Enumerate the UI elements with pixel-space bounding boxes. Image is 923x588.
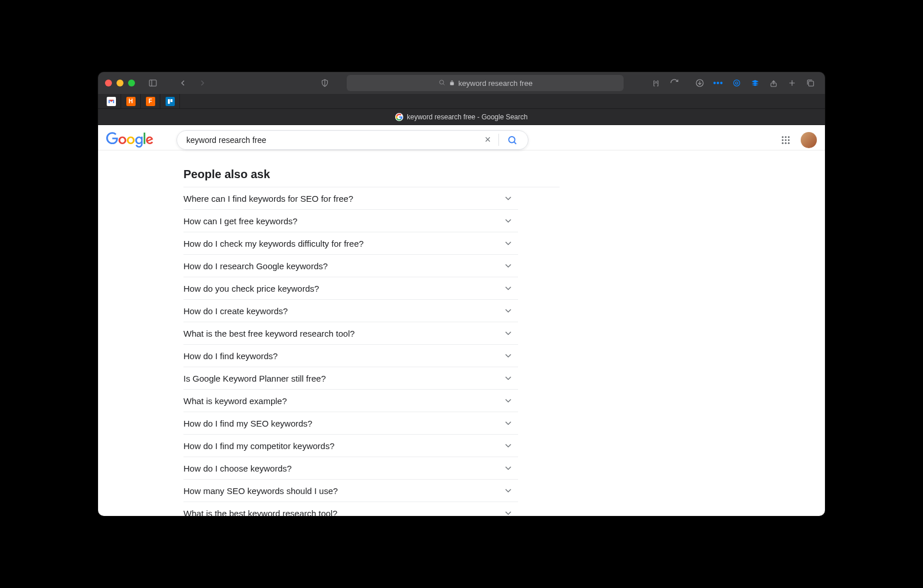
svg-rect-13 [168, 99, 170, 104]
paa-question-row[interactable]: How many SEO keywords should I use? [183, 480, 518, 502]
paa-question-text: How do I find keywords? [183, 351, 277, 361]
paa-question-text: Where can I find keywords for SEO for fr… [183, 194, 353, 203]
paa-question-row[interactable]: Where can I find keywords for SEO for fr… [183, 187, 518, 210]
favorite-gmail[interactable] [102, 94, 121, 109]
paa-question-text: How do I create keywords? [183, 306, 288, 316]
chevron-down-icon [503, 306, 513, 316]
svg-point-25 [788, 142, 790, 144]
address-bar[interactable]: keyword research free [347, 75, 624, 91]
fullscreen-window-button[interactable] [128, 80, 135, 86]
svg-line-16 [514, 142, 516, 144]
chevron-down-icon [503, 485, 513, 496]
paa-question-row[interactable]: How do I check my keywords difficulty fo… [183, 232, 518, 255]
google-search-box[interactable]: × [177, 130, 528, 150]
account-avatar[interactable] [801, 132, 817, 148]
tab-strip: keyword research free - Google Search [98, 109, 825, 125]
safari-toolbar: keyword research free ⁅ᵃ⁆ ••• [98, 72, 825, 94]
paa-question-row[interactable]: How do I choose keywords? [183, 457, 518, 480]
clear-search-button[interactable]: × [482, 134, 499, 146]
people-also-ask-heading: People also ask [183, 168, 560, 181]
paa-question-row[interactable]: How can I get free keywords? [183, 210, 518, 232]
google-favicon [395, 113, 403, 121]
share-button[interactable] [766, 76, 781, 91]
google-logo[interactable] [106, 132, 159, 148]
chevron-down-icon [503, 193, 513, 203]
chevron-down-icon [503, 418, 513, 428]
chevron-down-icon [503, 261, 513, 271]
chevron-down-icon [503, 216, 513, 226]
paa-question-row[interactable]: How do I find keywords? [183, 345, 518, 367]
google-apps-button[interactable] [779, 133, 793, 147]
extension-1-button[interactable] [729, 76, 744, 91]
search-input[interactable] [186, 135, 482, 145]
search-icon [438, 79, 445, 88]
chevron-down-icon [503, 350, 513, 361]
svg-point-17 [782, 136, 783, 138]
paa-question-text: How many SEO keywords should I use? [183, 486, 338, 496]
tabs-overview-button[interactable] [803, 76, 818, 91]
sidebar-toggle-button[interactable] [145, 76, 160, 91]
search-button[interactable] [504, 135, 521, 145]
svg-point-22 [788, 139, 790, 141]
browser-window: keyword research free ⁅ᵃ⁆ ••• [98, 72, 825, 516]
h-icon: H [126, 97, 136, 106]
paa-question-row[interactable]: What is the best free keyword research t… [183, 322, 518, 345]
google-header: × [98, 125, 825, 150]
downloads-button[interactable] [692, 76, 707, 91]
chevron-down-icon [503, 440, 513, 451]
paa-question-text: How do I research Google keywords? [183, 261, 328, 271]
chevron-down-icon [503, 373, 513, 383]
svg-point-3 [440, 80, 444, 84]
chevron-down-icon [503, 328, 513, 338]
paa-question-row[interactable]: What is keyword example? [183, 390, 518, 412]
page-content: × People also ask Where can I find keywo… [98, 125, 825, 516]
close-window-button[interactable] [105, 80, 112, 86]
window-controls [105, 80, 135, 86]
lock-icon [449, 80, 455, 87]
svg-point-20 [782, 139, 783, 141]
f-icon: F [146, 97, 155, 106]
translate-button[interactable]: ⁅ᵃ⁆ [648, 76, 663, 91]
chevron-down-icon [503, 283, 513, 293]
paa-question-row[interactable]: How do you check price keywords? [183, 277, 518, 300]
paa-question-row[interactable]: How do I create keywords? [183, 300, 518, 322]
shield-privacy-button[interactable] [317, 76, 332, 91]
tab-title[interactable]: keyword research free - Google Search [407, 113, 527, 121]
paa-question-text: How do I check my keywords difficulty fo… [183, 239, 363, 248]
favorite-h[interactable]: H [121, 94, 141, 109]
trello-icon [166, 97, 175, 106]
favorite-trello[interactable] [160, 94, 180, 109]
url-text: keyword research free [459, 79, 533, 88]
search-results: People also ask Where can I find keyword… [98, 150, 560, 516]
svg-point-23 [782, 142, 783, 144]
paa-question-row[interactable]: How do I research Google keywords? [183, 255, 518, 277]
svg-rect-0 [149, 80, 156, 86]
paa-question-text: Is Google Keyword Planner still free? [183, 374, 326, 383]
svg-point-19 [788, 136, 790, 138]
minimize-window-button[interactable] [117, 80, 123, 86]
extension-2-button[interactable] [748, 76, 763, 91]
svg-point-21 [785, 139, 787, 141]
reload-button[interactable] [667, 76, 682, 91]
paa-question-text: How do you check price keywords? [183, 284, 319, 293]
chevron-down-icon [503, 238, 513, 248]
favorite-f[interactable]: F [141, 94, 160, 109]
paa-question-row[interactable]: Is Google Keyword Planner still free? [183, 367, 518, 390]
paa-question-text: How do I find my competitor keywords? [183, 441, 335, 451]
paa-question-text: How do I find my SEO keywords? [183, 419, 312, 428]
favorites-bar: H F [98, 94, 825, 109]
paa-question-row[interactable]: What is the best keyword research tool? [183, 502, 518, 516]
svg-rect-14 [170, 99, 172, 102]
paa-question-row[interactable]: How do I find my competitor keywords? [183, 435, 518, 457]
svg-line-4 [443, 84, 444, 85]
svg-point-7 [734, 80, 740, 86]
forward-button[interactable] [195, 76, 210, 91]
svg-point-15 [509, 137, 515, 143]
paa-question-row[interactable]: How do I find my SEO keywords? [183, 412, 518, 435]
back-button[interactable] [175, 76, 190, 91]
extension-dots-icon[interactable]: ••• [711, 76, 726, 91]
paa-question-text: What is the best keyword research tool? [183, 508, 337, 517]
new-tab-button[interactable] [785, 76, 800, 91]
chevron-down-icon [503, 395, 513, 406]
paa-question-text: What is keyword example? [183, 396, 287, 406]
